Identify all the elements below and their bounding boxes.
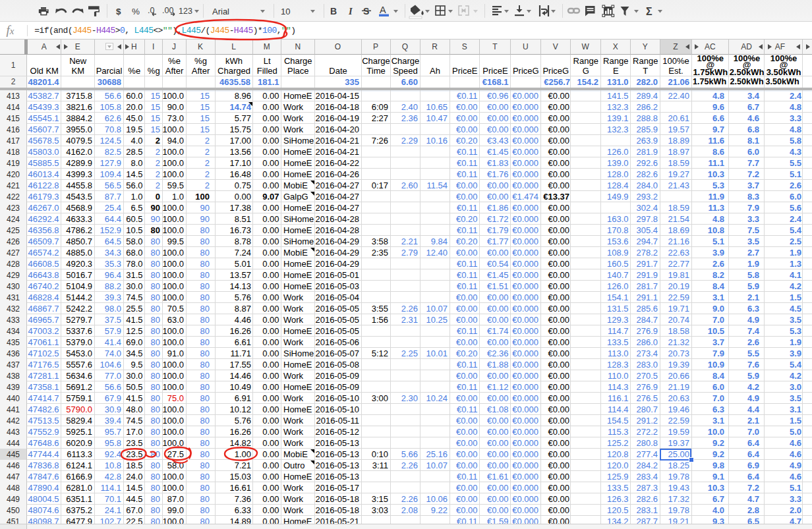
svg-text:10: 10 — [281, 7, 290, 16]
svg-text:Arial: Arial — [212, 7, 229, 16]
svg-text:I: I — [348, 6, 353, 16]
svg-text:A: A — [380, 5, 386, 15]
svg-text:B: B — [330, 6, 337, 16]
svg-text:123: 123 — [179, 7, 192, 16]
svg-text:$: $ — [116, 7, 121, 16]
svg-text:Σ: Σ — [646, 6, 652, 17]
svg-text:%: % — [132, 7, 140, 16]
